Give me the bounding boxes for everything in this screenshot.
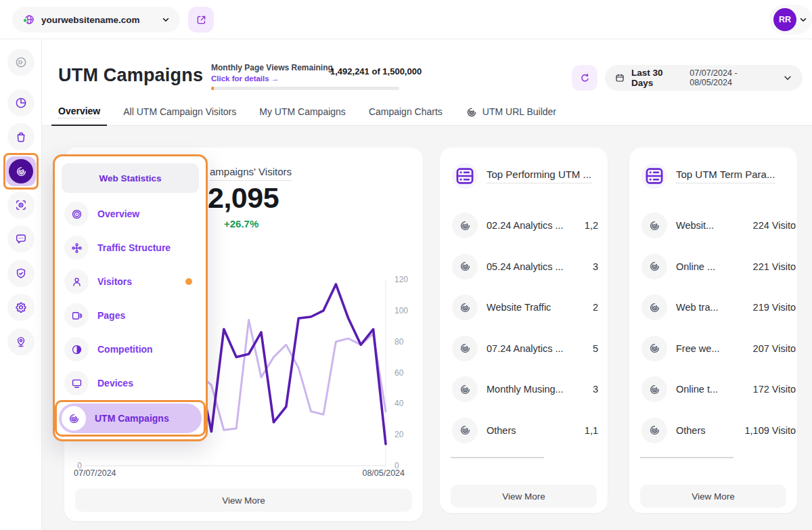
list-item-value: 3 (593, 261, 598, 272)
view-more-button[interactable]: View More (451, 485, 597, 508)
list-item-name: Free we... (676, 343, 719, 354)
flyout-item-competition[interactable]: Competition (62, 332, 199, 366)
list-item-free-we[interactable]: Free we... 207 Visito (629, 336, 797, 361)
sidebar-item-analytics[interactable] (7, 89, 35, 116)
card-title: Top Performing UTM ... (487, 169, 591, 183)
list-item-name: 02.24 Analytics ... (487, 220, 564, 231)
quota-label: Monthly Page Views Remaining (211, 63, 333, 72)
date-range-value: 07/07/2024 - 08/05/2024 (690, 68, 776, 87)
list-item-online[interactable]: Online ... 221 Visito (629, 254, 797, 280)
flyout-item-label: Traffic Structure (97, 242, 171, 253)
quota-progress-fill (211, 87, 214, 90)
flyout-item-devices[interactable]: Devices (62, 366, 199, 400)
view-more-button[interactable]: View More (640, 485, 786, 508)
chart-change-badge: +26.7% (224, 218, 258, 229)
open-website-button[interactable] (188, 7, 214, 32)
sidebar (0, 39, 42, 530)
pages-icon (64, 303, 89, 328)
flyout-menu: Web Statistics OverviewTraffic Structure… (53, 154, 208, 441)
user-menu[interactable]: RR (769, 5, 812, 35)
sidebar-item-collapse[interactable] (7, 49, 35, 76)
flyout-item-traffic-structure[interactable]: Traffic Structure (62, 231, 199, 265)
spiral-icon (466, 106, 478, 118)
flyout-item-pages[interactable]: Pages (62, 299, 199, 332)
svg-text:100: 100 (394, 306, 408, 315)
list-item-value: 207 Visito (753, 343, 796, 354)
chart-card-title: ampaigns' Visitors (210, 166, 292, 181)
quota-details-link[interactable]: Click for details → (211, 74, 279, 83)
card-header: Top UTM Term Para... (641, 163, 775, 189)
list-item-value: 2 (593, 302, 598, 313)
sidebar-item-web-statistics[interactable] (6, 156, 36, 186)
sidebar-item-security[interactable] (7, 260, 35, 287)
list-item-others[interactable]: Others 1,1 (440, 418, 608, 443)
list-item-name: Others (676, 425, 706, 436)
utm-spiral-icon (452, 294, 478, 320)
security-icon (14, 267, 28, 280)
sidebar-item-store[interactable] (7, 123, 35, 150)
tab-label: UTM URL Builder (482, 106, 556, 118)
tab-campaign-charts[interactable]: Campaign Charts (369, 106, 443, 125)
flyout-item-utm-campaigns[interactable]: UTM Campaigns (59, 403, 202, 433)
scan-icon (14, 198, 28, 212)
list-item-websit[interactable]: Websit... 224 Visito (629, 213, 797, 238)
list-item-value: 172 Visito (753, 384, 796, 395)
overview-icon (64, 202, 89, 226)
active-tile (9, 159, 33, 183)
list-item-name: Web tra... (676, 302, 719, 313)
list-item-online-t[interactable]: Online t... 172 Visito (629, 376, 797, 402)
sidebar-item-messages[interactable] (7, 225, 35, 252)
utm-spiral-icon (452, 376, 478, 402)
top-utm-term-card: Top UTM Term Para... Websit... 224 Visit… (629, 148, 797, 513)
flyout-item-visitors[interactable]: Visitors (62, 265, 199, 299)
list-item-website-traffic[interactable]: Website Traffic 2 (440, 294, 608, 320)
utm-spiral-icon (641, 336, 667, 361)
utm-spiral-icon (641, 418, 667, 443)
list-item-name: Websit... (676, 220, 714, 231)
utm-spiral-icon (641, 376, 667, 402)
visitors-icon (64, 269, 89, 294)
list-item-value: 5 (593, 343, 598, 354)
quota-progressbar (211, 87, 399, 90)
list-item-02-24-analytics[interactable]: 02.24 Analytics ... 1,2 (440, 213, 608, 238)
utm-spiral-icon (641, 213, 667, 238)
website-name: yourwebsitename.com (41, 15, 155, 25)
tab-bar: OverviewAll UTM Campaign VisitorsMy UTM … (58, 106, 556, 125)
list-item-07-24-analytics[interactable]: 07.24 Analytics ... 5 (440, 336, 608, 361)
list-item-name: Others (487, 425, 516, 436)
chart-view-more-button[interactable]: View More (75, 489, 412, 512)
location-icon (14, 335, 28, 349)
tab-overview[interactable]: Overview (58, 106, 100, 125)
list-item-name: 07.24 Analytics ... (487, 343, 564, 354)
x-axis-end-label: 08/05/2024 (362, 468, 405, 478)
sidebar-item-location[interactable] (7, 328, 35, 355)
svg-text:80: 80 (394, 337, 404, 347)
tab-utm-url-builder[interactable]: UTM URL Builder (466, 106, 556, 125)
chart-total-value: 2,095 (208, 181, 279, 215)
utm-spiral-icon (641, 254, 667, 280)
website-selector[interactable]: yourwebsitename.com (12, 7, 180, 32)
tab-all-utm-campaign-visitors[interactable]: All UTM Campaign Visitors (123, 106, 236, 125)
list-item-name: Website Traffic (487, 302, 551, 313)
utm-spiral-icon (452, 213, 478, 238)
list-item-05-24-analytics[interactable]: 05.24 Analytics ... 3 (440, 254, 608, 280)
flyout-item-label: Competition (97, 344, 153, 355)
page-title: UTM Campaigns (58, 65, 203, 86)
list-item-others[interactable]: Others 1,109 Visito (629, 418, 797, 443)
chevron-down-icon (782, 72, 793, 83)
date-range-picker[interactable]: Last 30 Days 07/07/2024 - 08/05/2024 (605, 65, 803, 91)
list-item-value: 221 Visito (753, 261, 796, 272)
list-item-value: 1,109 Visito (744, 425, 796, 436)
sidebar-item-settings[interactable] (7, 294, 35, 321)
messages-icon (14, 232, 28, 246)
sidebar-item-scan[interactable] (7, 192, 35, 219)
flyout-item-overview[interactable]: Overview (62, 197, 199, 231)
refresh-button[interactable] (572, 65, 597, 91)
tab-my-utm-campaigns[interactable]: My UTM Campaigns (259, 106, 346, 125)
list-item-monthly-musing[interactable]: Monthly Musing... 3 (440, 376, 608, 402)
list-item-name: Online ... (676, 261, 715, 272)
avatar: RR (773, 8, 796, 31)
list-item-web-tra[interactable]: Web tra... 219 Visito (629, 294, 797, 320)
top-performing-card: Top Performing UTM ... 02.24 Analytics .… (440, 148, 608, 513)
calendar-icon (614, 72, 625, 83)
